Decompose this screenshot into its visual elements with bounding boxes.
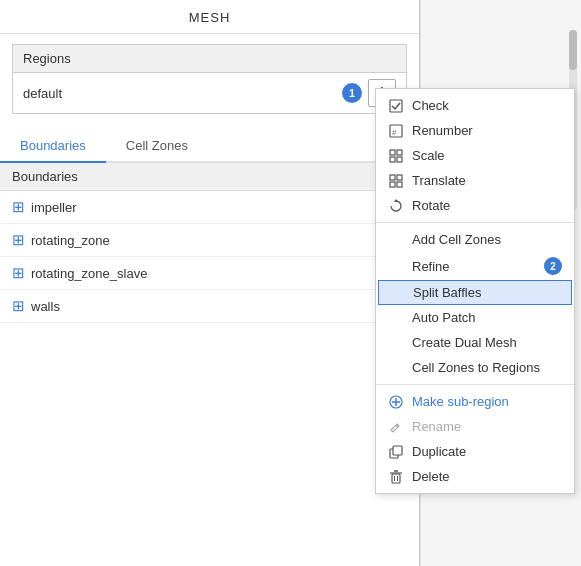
menu-item-rename: Rename	[376, 414, 574, 439]
menu-item-refine[interactable]: Refine 2	[376, 252, 574, 280]
menu-separator	[376, 222, 574, 223]
scale-icon	[388, 149, 404, 163]
tabs-row: Boundaries Cell Zones	[0, 130, 419, 163]
svg-rect-9	[390, 182, 395, 187]
table-row[interactable]: ⊞ impeller ▾	[0, 191, 419, 224]
boundary-name: rotating_zone	[31, 233, 399, 248]
menu-item-rotate[interactable]: Rotate	[376, 193, 574, 218]
svg-text:#: #	[392, 128, 397, 137]
default-region-label: default	[23, 86, 342, 101]
page-title: MESH	[0, 0, 419, 34]
delete-icon	[388, 470, 404, 484]
svg-rect-5	[390, 157, 395, 162]
rotate-icon	[388, 199, 404, 213]
table-row[interactable]: ⊞ walls ▾	[0, 290, 419, 323]
grid-icon: ⊞	[12, 297, 25, 315]
menu-item-translate[interactable]: Translate	[376, 168, 574, 193]
boundary-name: impeller	[31, 200, 399, 215]
menu-item-renumber[interactable]: # Renumber	[376, 118, 574, 143]
tab-boundaries[interactable]: Boundaries	[0, 130, 106, 163]
regions-row: default 1 ⋮	[13, 73, 406, 113]
menu-item-split-baffles[interactable]: Split Baffles	[378, 280, 572, 305]
svg-rect-3	[390, 150, 395, 155]
menu-item-make-sub-region[interactable]: Make sub-region	[376, 389, 574, 414]
duplicate-icon	[388, 445, 404, 459]
main-panel: MESH Regions default 1 ⋮ Boundaries Cell…	[0, 0, 420, 566]
menu-item-cell-zones-to-regions[interactable]: Cell Zones to Regions	[376, 355, 574, 380]
boundary-name: walls	[31, 299, 399, 314]
menu-item-create-dual-mesh[interactable]: Create Dual Mesh	[376, 330, 574, 355]
menu-item-duplicate[interactable]: Duplicate	[376, 439, 574, 464]
regions-header: Regions	[13, 45, 406, 73]
boundary-name: rotating_zone_slave	[31, 266, 399, 281]
grid-icon: ⊞	[12, 198, 25, 216]
svg-rect-0	[390, 100, 402, 112]
menu-item-auto-patch[interactable]: Auto Patch	[376, 305, 574, 330]
table-row[interactable]: ⊞ rotating_zone_slave ▾	[0, 257, 419, 290]
regions-section: Regions default 1 ⋮	[12, 44, 407, 114]
boundaries-table-header: Boundaries	[0, 163, 419, 191]
table-row[interactable]: ⊞ rotating_zone ▾	[0, 224, 419, 257]
svg-rect-18	[392, 474, 400, 483]
rename-icon	[388, 420, 404, 434]
svg-rect-6	[397, 157, 402, 162]
badge-1: 1	[342, 83, 362, 103]
context-menu: Check # Renumber Scale Translate Rotate …	[375, 88, 575, 494]
svg-rect-8	[397, 175, 402, 180]
grid-icon: ⊞	[12, 231, 25, 249]
menu-item-add-cell-zones[interactable]: Add Cell Zones	[376, 227, 574, 252]
menu-item-delete[interactable]: Delete	[376, 464, 574, 489]
renumber-icon: #	[388, 124, 404, 138]
menu-separator	[376, 384, 574, 385]
menu-item-scale[interactable]: Scale	[376, 143, 574, 168]
svg-rect-10	[397, 182, 402, 187]
svg-rect-7	[390, 175, 395, 180]
grid-icon: ⊞	[12, 264, 25, 282]
tab-cell-zones[interactable]: Cell Zones	[106, 130, 208, 161]
badge-2: 2	[544, 257, 562, 275]
scrollbar-thumb[interactable]	[569, 30, 577, 70]
translate-icon	[388, 174, 404, 188]
check-icon	[388, 99, 404, 113]
boundaries-table: Boundaries ⊞ impeller ▾ ⊞ rotating_zone …	[0, 163, 419, 323]
svg-marker-11	[394, 199, 398, 202]
menu-item-check[interactable]: Check	[376, 93, 574, 118]
make-sub-region-icon	[388, 395, 404, 409]
svg-rect-17	[393, 446, 402, 455]
svg-rect-4	[397, 150, 402, 155]
